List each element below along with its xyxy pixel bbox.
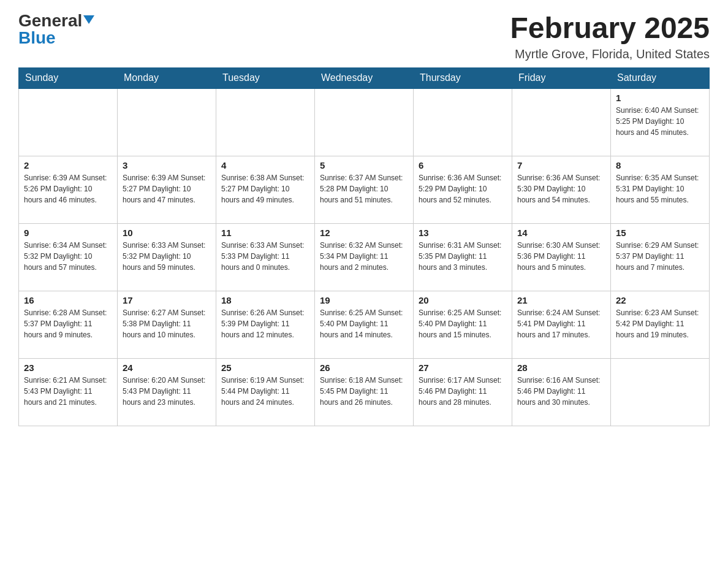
calendar-cell: 12Sunrise: 6:32 AM Sunset: 5:34 PM Dayli… [315,223,414,291]
day-info: Sunrise: 6:36 AM Sunset: 5:29 PM Dayligh… [419,172,507,205]
weekday-header-row: SundayMondayTuesdayWednesdayThursdayFrid… [19,67,710,89]
day-number: 17 [123,295,211,305]
month-title: February 2025 [510,12,710,45]
calendar-cell: 2Sunrise: 6:39 AM Sunset: 5:26 PM Daylig… [19,156,118,223]
day-number: 4 [221,160,309,170]
logo-general-text: General [18,12,82,29]
calendar-cell: 24Sunrise: 6:20 AM Sunset: 5:43 PM Dayli… [118,358,216,426]
weekday-header-friday: Friday [512,67,611,89]
day-info: Sunrise: 6:28 AM Sunset: 5:37 PM Dayligh… [24,307,112,340]
day-info: Sunrise: 6:19 AM Sunset: 5:44 PM Dayligh… [221,375,309,408]
calendar-cell: 21Sunrise: 6:24 AM Sunset: 5:41 PM Dayli… [512,291,611,358]
day-number: 16 [24,295,112,305]
calendar-week-1: 1Sunrise: 6:40 AM Sunset: 5:25 PM Daylig… [19,88,710,156]
title-area: February 2025 Myrtle Grove, Florida, Uni… [510,12,710,61]
calendar-cell: 16Sunrise: 6:28 AM Sunset: 5:37 PM Dayli… [19,291,118,358]
day-info: Sunrise: 6:37 AM Sunset: 5:28 PM Dayligh… [320,172,408,205]
day-number: 3 [123,160,211,170]
day-number: 24 [123,362,211,373]
day-number: 28 [517,362,605,373]
weekday-header-monday: Monday [118,67,216,89]
weekday-header-tuesday: Tuesday [216,67,315,89]
calendar-cell [414,88,512,156]
day-info: Sunrise: 6:40 AM Sunset: 5:25 PM Dayligh… [616,105,704,138]
day-info: Sunrise: 6:32 AM Sunset: 5:34 PM Dayligh… [320,240,408,273]
location-text: Myrtle Grove, Florida, United States [510,47,710,61]
calendar-week-5: 23Sunrise: 6:21 AM Sunset: 5:43 PM Dayli… [19,358,710,426]
calendar-cell [611,358,710,426]
day-number: 2 [24,160,112,170]
day-number: 15 [616,228,704,238]
day-info: Sunrise: 6:30 AM Sunset: 5:36 PM Dayligh… [517,240,605,273]
day-info: Sunrise: 6:34 AM Sunset: 5:32 PM Dayligh… [24,240,112,273]
day-number: 12 [320,228,408,238]
day-info: Sunrise: 6:20 AM Sunset: 5:43 PM Dayligh… [123,375,211,408]
day-info: Sunrise: 6:39 AM Sunset: 5:27 PM Dayligh… [123,172,211,205]
calendar-cell: 22Sunrise: 6:23 AM Sunset: 5:42 PM Dayli… [611,291,710,358]
calendar-cell: 11Sunrise: 6:33 AM Sunset: 5:33 PM Dayli… [216,223,315,291]
day-info: Sunrise: 6:23 AM Sunset: 5:42 PM Dayligh… [616,307,704,340]
day-info: Sunrise: 6:36 AM Sunset: 5:30 PM Dayligh… [517,172,605,205]
day-info: Sunrise: 6:25 AM Sunset: 5:40 PM Dayligh… [320,307,408,340]
day-number: 20 [419,295,507,305]
day-info: Sunrise: 6:35 AM Sunset: 5:31 PM Dayligh… [616,172,704,205]
calendar-cell: 10Sunrise: 6:33 AM Sunset: 5:32 PM Dayli… [118,223,216,291]
calendar-cell: 25Sunrise: 6:19 AM Sunset: 5:44 PM Dayli… [216,358,315,426]
calendar-cell: 4Sunrise: 6:38 AM Sunset: 5:27 PM Daylig… [216,156,315,223]
calendar-cell: 17Sunrise: 6:27 AM Sunset: 5:38 PM Dayli… [118,291,216,358]
day-number: 6 [419,160,507,170]
calendar-table: SundayMondayTuesdayWednesdayThursdayFrid… [18,67,710,426]
calendar-cell: 23Sunrise: 6:21 AM Sunset: 5:43 PM Dayli… [19,358,118,426]
day-info: Sunrise: 6:25 AM Sunset: 5:40 PM Dayligh… [419,307,507,340]
day-info: Sunrise: 6:31 AM Sunset: 5:35 PM Dayligh… [419,240,507,273]
day-number: 22 [616,295,704,305]
day-number: 5 [320,160,408,170]
day-info: Sunrise: 6:18 AM Sunset: 5:45 PM Dayligh… [320,375,408,408]
day-number: 25 [221,362,309,373]
calendar-week-4: 16Sunrise: 6:28 AM Sunset: 5:37 PM Dayli… [19,291,710,358]
day-number: 27 [419,362,507,373]
day-number: 1 [616,93,704,103]
calendar-cell [118,88,216,156]
calendar-cell [315,88,414,156]
calendar-cell: 28Sunrise: 6:16 AM Sunset: 5:46 PM Dayli… [512,358,611,426]
logo: General Blue [18,12,94,47]
weekday-header-thursday: Thursday [414,67,512,89]
calendar-cell: 9Sunrise: 6:34 AM Sunset: 5:32 PM Daylig… [19,223,118,291]
day-info: Sunrise: 6:26 AM Sunset: 5:39 PM Dayligh… [221,307,309,340]
day-number: 8 [616,160,704,170]
day-number: 9 [24,228,112,238]
day-number: 14 [517,228,605,238]
calendar-cell: 15Sunrise: 6:29 AM Sunset: 5:37 PM Dayli… [611,223,710,291]
calendar-cell: 8Sunrise: 6:35 AM Sunset: 5:31 PM Daylig… [611,156,710,223]
page-header: General Blue February 2025 Myrtle Grove,… [18,12,710,61]
calendar-cell: 3Sunrise: 6:39 AM Sunset: 5:27 PM Daylig… [118,156,216,223]
calendar-week-3: 9Sunrise: 6:34 AM Sunset: 5:32 PM Daylig… [19,223,710,291]
day-number: 21 [517,295,605,305]
calendar-cell: 26Sunrise: 6:18 AM Sunset: 5:45 PM Dayli… [315,358,414,426]
day-info: Sunrise: 6:24 AM Sunset: 5:41 PM Dayligh… [517,307,605,340]
calendar-cell: 6Sunrise: 6:36 AM Sunset: 5:29 PM Daylig… [414,156,512,223]
calendar-cell: 1Sunrise: 6:40 AM Sunset: 5:25 PM Daylig… [611,88,710,156]
day-number: 10 [123,228,211,238]
calendar-cell [19,88,118,156]
day-info: Sunrise: 6:29 AM Sunset: 5:37 PM Dayligh… [616,240,704,273]
calendar-cell: 14Sunrise: 6:30 AM Sunset: 5:36 PM Dayli… [512,223,611,291]
day-info: Sunrise: 6:21 AM Sunset: 5:43 PM Dayligh… [24,375,112,408]
day-number: 7 [517,160,605,170]
day-number: 18 [221,295,309,305]
calendar-cell [216,88,315,156]
day-info: Sunrise: 6:27 AM Sunset: 5:38 PM Dayligh… [123,307,211,340]
calendar-cell [512,88,611,156]
logo-blue-text: Blue [18,29,56,47]
day-info: Sunrise: 6:38 AM Sunset: 5:27 PM Dayligh… [221,172,309,205]
weekday-header-sunday: Sunday [19,67,118,89]
logo-triangle-icon [83,15,94,24]
day-info: Sunrise: 6:33 AM Sunset: 5:32 PM Dayligh… [123,240,211,273]
calendar-cell: 27Sunrise: 6:17 AM Sunset: 5:46 PM Dayli… [414,358,512,426]
calendar-week-2: 2Sunrise: 6:39 AM Sunset: 5:26 PM Daylig… [19,156,710,223]
day-number: 19 [320,295,408,305]
day-info: Sunrise: 6:39 AM Sunset: 5:26 PM Dayligh… [24,172,112,205]
calendar-cell: 7Sunrise: 6:36 AM Sunset: 5:30 PM Daylig… [512,156,611,223]
weekday-header-wednesday: Wednesday [315,67,414,89]
